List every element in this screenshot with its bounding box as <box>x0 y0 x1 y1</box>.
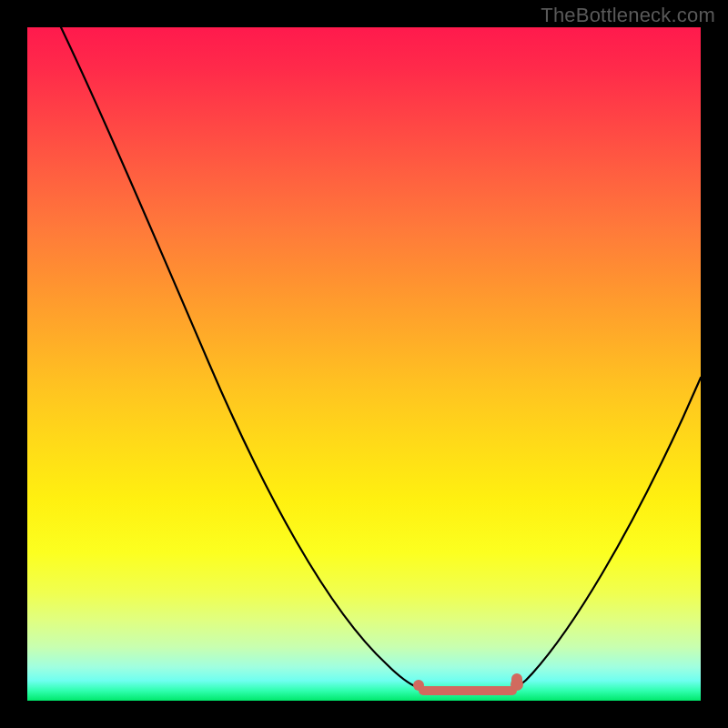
bottom-border <box>0 701 728 728</box>
plot-area <box>27 27 701 701</box>
right-border <box>701 0 728 728</box>
curve-layer <box>27 27 701 701</box>
watermark-text: TheBottleneck.com <box>541 4 715 27</box>
svg-rect-3 <box>511 673 522 690</box>
left-border <box>0 0 27 728</box>
bottleneck-curve <box>61 27 701 694</box>
svg-rect-1 <box>419 686 517 695</box>
optimal-range-marker <box>413 673 523 695</box>
chart-container: TheBottleneck.com <box>0 0 728 728</box>
